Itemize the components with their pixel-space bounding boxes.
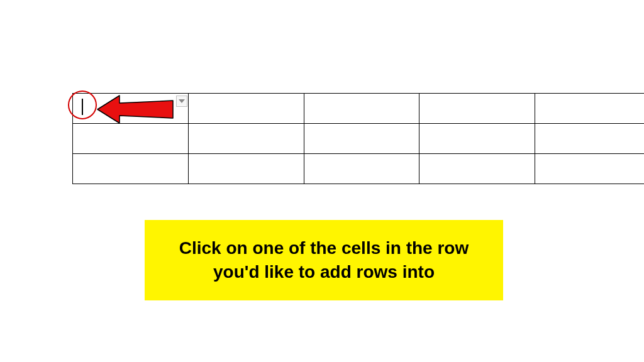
instruction-text: Click on one of the cells in the row you… — [162, 236, 486, 284]
table-cell[interactable] — [304, 94, 419, 124]
table-row — [73, 94, 645, 124]
chevron-down-icon — [179, 99, 185, 104]
table-cell[interactable] — [73, 154, 189, 184]
instruction-callout: Click on one of the cells in the row you… — [145, 220, 503, 300]
highlight-circle-annotation — [68, 90, 97, 119]
table-cell[interactable] — [419, 94, 535, 124]
table-cell[interactable] — [419, 124, 535, 154]
table-cell[interactable] — [535, 154, 644, 184]
document-table — [72, 93, 644, 184]
table-row — [73, 154, 645, 184]
table-cell[interactable] — [188, 124, 304, 154]
table-cell[interactable] — [73, 124, 189, 154]
table-cell[interactable] — [535, 124, 644, 154]
table-cell[interactable] — [535, 94, 644, 124]
cell-dropdown-indicator[interactable] — [176, 96, 187, 107]
table-row — [73, 124, 645, 154]
table-cell[interactable] — [419, 154, 535, 184]
document-table-container — [72, 93, 644, 184]
table-cell[interactable] — [304, 124, 419, 154]
table-cell[interactable] — [188, 94, 304, 124]
table-cell[interactable] — [188, 154, 304, 184]
table-cell[interactable] — [304, 154, 419, 184]
